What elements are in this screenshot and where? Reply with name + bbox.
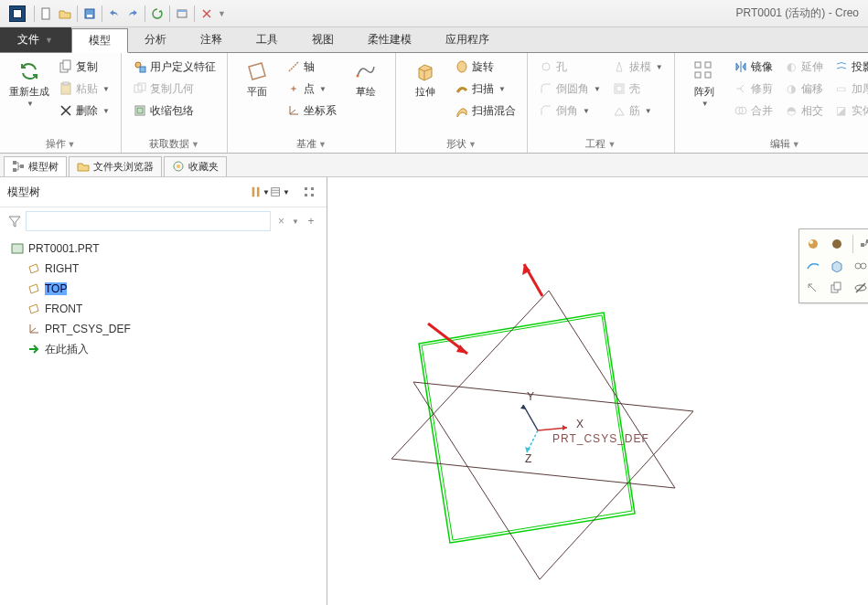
tab-apps[interactable]: 应用程序 <box>429 27 507 52</box>
tree-insert-here[interactable]: 在此插入 <box>2 339 325 359</box>
thicken-button: ▭加厚 <box>830 79 868 99</box>
project-button[interactable]: 投影 <box>830 57 868 77</box>
svg-point-23 <box>457 61 466 72</box>
ctx-curve-icon[interactable] <box>803 257 823 275</box>
ctx-quilt-icon[interactable] <box>851 257 868 275</box>
arrow-annotation-1 <box>423 319 478 365</box>
tab-flexible[interactable]: 柔性建模 <box>351 27 429 52</box>
copy-button[interactable]: 复制 <box>55 57 113 77</box>
svg-rect-4 <box>177 10 187 12</box>
svg-rect-26 <box>616 86 622 91</box>
ribgroup-datum: 平面 轴 点▼ 坐标系 草绘 基准▼ <box>228 53 396 153</box>
tree-tool2-icon[interactable]: ▼ <box>270 183 290 201</box>
svg-point-18 <box>292 88 295 90</box>
tab-analysis[interactable]: 分析 <box>128 27 184 52</box>
tab-view[interactable]: 视图 <box>295 27 351 52</box>
axis-button[interactable]: 轴 <box>283 57 340 77</box>
svg-rect-63 <box>861 243 864 247</box>
ctx-select-parent-icon[interactable]: ▼ <box>859 235 868 253</box>
point-button[interactable]: 点▼ <box>283 79 340 99</box>
viewport[interactable]: Y X Z PRT_CSYS_DEF ▼ <box>327 177 868 605</box>
svg-rect-27 <box>695 62 701 68</box>
regenerate-button[interactable]: 重新生成 ▼ <box>7 57 51 110</box>
sketch-button[interactable]: 草绘 <box>344 57 388 100</box>
svg-rect-6 <box>63 60 70 69</box>
svg-rect-10 <box>140 67 145 72</box>
panel-title: 模型树 <box>7 185 250 200</box>
ctx-hide-icon[interactable] <box>851 279 868 297</box>
udf-button[interactable]: 用户定义特征 <box>129 57 220 77</box>
tree-tool1-icon[interactable]: ▼ <box>250 183 270 201</box>
new-icon[interactable] <box>38 5 56 23</box>
tree-csys[interactable]: PRT_CSYS_DEF <box>2 319 325 339</box>
svg-rect-39 <box>257 187 260 197</box>
redo-icon[interactable] <box>123 5 142 23</box>
svg-rect-46 <box>311 194 314 196</box>
delete-button[interactable]: 删除▼ <box>55 101 113 121</box>
svg-rect-14 <box>137 108 143 113</box>
window-icon[interactable] <box>173 5 191 23</box>
app-logo-icon <box>9 5 26 22</box>
svg-rect-29 <box>695 72 701 78</box>
svg-rect-45 <box>311 187 314 190</box>
tab-model[interactable]: 模型 <box>71 28 128 53</box>
ctx-material-icon[interactable] <box>827 235 847 253</box>
svg-rect-34 <box>13 168 16 172</box>
copygeom-button: 复制几何 <box>129 79 220 99</box>
svg-text:Y: Y <box>527 390 534 403</box>
svg-rect-2 <box>87 15 92 17</box>
sweep-button[interactable]: 扫描▼ <box>451 79 520 99</box>
svg-line-50 <box>30 328 36 333</box>
close-icon[interactable] <box>198 5 216 23</box>
clear-search-icon[interactable]: × <box>274 215 288 228</box>
tree-root[interactable]: PRT0001.PRT <box>2 239 325 259</box>
shrinkwrap-button[interactable]: 收缩包络 <box>129 101 220 121</box>
sweepblend-button[interactable]: 扫描混合 <box>451 101 520 121</box>
rib-button: 筋▼ <box>608 101 667 121</box>
tree-front[interactable]: FRONT <box>2 299 325 319</box>
add-filter-icon[interactable]: + <box>303 213 319 229</box>
tree-top[interactable]: TOP <box>2 279 325 299</box>
tree-right[interactable]: RIGHT <box>2 259 325 279</box>
ctx-solid-icon[interactable] <box>827 257 847 275</box>
mirror-button[interactable]: 镜像 <box>730 57 777 77</box>
svg-rect-8 <box>63 82 69 85</box>
viewport-drawing: Y X Z PRT_CSYS_DEF <box>327 177 867 605</box>
tab-tools[interactable]: 工具 <box>240 27 295 52</box>
save-icon[interactable] <box>80 5 99 23</box>
svg-rect-38 <box>252 187 255 197</box>
search-input[interactable] <box>26 211 271 231</box>
svg-point-37 <box>177 165 180 168</box>
tree-settings-icon[interactable] <box>299 183 319 201</box>
tab-folder-browser[interactable]: 文件夹浏览器 <box>69 156 162 176</box>
pattern-button[interactable]: 阵列 ▼ <box>682 57 726 110</box>
svg-line-15 <box>289 62 298 71</box>
svg-point-24 <box>542 63 550 70</box>
arrow-annotation-2 <box>515 260 552 305</box>
panel-tabs: 模型树 文件夹浏览器 收藏夹 <box>0 154 868 177</box>
tab-model-tree[interactable]: 模型树 <box>4 156 67 176</box>
ctx-copy-icon[interactable] <box>827 279 847 297</box>
tab-annotate[interactable]: 注释 <box>184 27 240 52</box>
extrude-button[interactable]: 拉伸 <box>403 57 447 100</box>
filter-icon[interactable] <box>7 214 22 228</box>
svg-rect-35 <box>20 165 24 168</box>
ribgroup-shape: 拉伸 旋转 扫描▼ 扫描混合 形状▼ <box>396 53 528 153</box>
open-icon[interactable] <box>56 5 74 23</box>
csys-button[interactable]: 坐标系 <box>283 101 340 121</box>
ctx-appearance-icon[interactable] <box>803 235 823 253</box>
tab-file[interactable]: 文件▼ <box>0 27 71 52</box>
svg-point-66 <box>861 263 866 269</box>
undo-icon[interactable] <box>105 5 123 23</box>
plane-button[interactable]: 平面 <box>235 57 279 100</box>
trim-button: 修剪 <box>730 79 777 99</box>
ribgroup-operate: 重新生成 ▼ 复制 粘贴▼ 删除▼ 操作▼ <box>0 53 122 153</box>
svg-rect-0 <box>42 8 49 19</box>
extend-button: ◐延伸 <box>780 57 827 77</box>
svg-point-22 <box>356 75 359 78</box>
regen-icon[interactable] <box>148 5 166 23</box>
tab-favorites[interactable]: 收藏夹 <box>164 156 227 176</box>
revolve-button[interactable]: 旋转 <box>451 57 520 77</box>
hole-button: 孔 <box>535 57 605 77</box>
ctx-arrow-icon[interactable] <box>803 279 823 297</box>
